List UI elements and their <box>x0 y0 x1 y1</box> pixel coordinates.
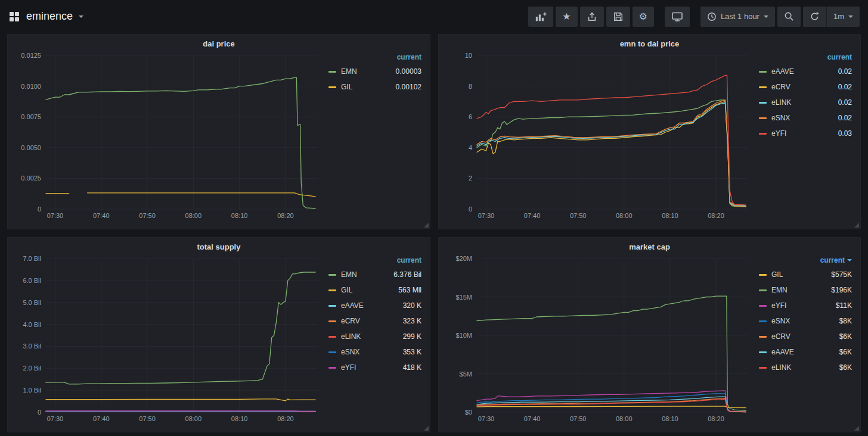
legend-item[interactable]: GIL0.00102 <box>328 79 421 95</box>
legend-item[interactable]: EMN6.376 Bil <box>328 267 421 282</box>
chart-plot-area[interactable]: 07:3007:4007:5008:0008:1008:2001.0 Bil2.… <box>14 254 323 425</box>
series-current-value: 323 K <box>403 317 421 325</box>
legend-current-header[interactable]: current <box>759 254 852 267</box>
panel-title[interactable]: total supply <box>14 242 424 251</box>
chart-plot-area[interactable]: 07:3007:4007:5008:0008:1008:20$0$5M$10M$… <box>445 254 753 425</box>
chart-plot-area[interactable]: 07:3007:4007:5008:0008:1008:2000.00250.0… <box>14 51 323 222</box>
legend-item[interactable]: eYFI$11K <box>759 298 852 313</box>
star-button[interactable]: ★ <box>556 7 577 27</box>
series-color-swatch <box>759 367 767 369</box>
svg-text:08:10: 08:10 <box>662 415 678 422</box>
series-current-value: 299 K <box>403 332 421 341</box>
series-name: eAAVE <box>341 301 364 310</box>
legend-current-header[interactable]: current <box>328 254 421 267</box>
series-current-value: $6K <box>839 332 852 341</box>
chart-legend: current GIL$575KEMN$196KeYFI$11KeSNX$8Ke… <box>753 254 854 425</box>
series-color-swatch <box>328 71 336 73</box>
legend-item[interactable]: eCRV0.02 <box>759 79 852 95</box>
series-name: eYFI <box>771 301 786 310</box>
legend-item[interactable]: eLINK0.02 <box>759 95 852 110</box>
svg-text:4.0 Bil: 4.0 Bil <box>23 321 41 328</box>
series-current-value: 0.02 <box>838 98 852 107</box>
series-name: EMN <box>771 286 788 294</box>
svg-text:08:20: 08:20 <box>708 212 724 219</box>
series-color-swatch <box>328 320 336 322</box>
svg-text:08:20: 08:20 <box>277 212 294 219</box>
panel-title[interactable]: dai price <box>14 39 424 48</box>
tv-mode-button[interactable] <box>665 7 690 27</box>
svg-text:6: 6 <box>469 113 472 120</box>
series-color-swatch <box>328 336 336 338</box>
legend-item[interactable]: eLINK$6K <box>759 360 852 375</box>
add-panel-button[interactable] <box>528 7 553 27</box>
legend-item[interactable]: eLINK299 K <box>328 329 421 344</box>
svg-text:07:40: 07:40 <box>524 212 541 219</box>
legend-item[interactable]: EMN$196K <box>759 282 852 298</box>
panel-resize-handle[interactable] <box>854 223 859 228</box>
series-current-value: $196K <box>831 286 852 294</box>
series-current-value: $6K <box>839 348 852 356</box>
series-current-value: 0.02 <box>838 114 852 122</box>
panel-dai-price: dai price 07:3007:4007:5008:0008:1008:20… <box>7 34 430 229</box>
legend-current-header[interactable]: current <box>759 51 852 64</box>
svg-text:0: 0 <box>38 205 41 213</box>
panel-resize-handle[interactable] <box>424 223 429 228</box>
legend-item[interactable]: eAAVE320 K <box>328 298 421 313</box>
clock-icon <box>707 12 717 21</box>
svg-text:0.0100: 0.0100 <box>21 83 41 90</box>
series-color-swatch <box>328 351 336 353</box>
series-name: EMN <box>341 67 357 76</box>
legend-item[interactable]: GIL563 Mil <box>328 282 421 298</box>
save-button[interactable] <box>606 7 630 27</box>
save-icon <box>613 11 624 22</box>
share-button[interactable] <box>580 7 604 27</box>
dashboard-grid-icon <box>8 11 20 23</box>
series-name: eCRV <box>341 317 360 325</box>
svg-text:2.0 Bil: 2.0 Bil <box>23 365 41 372</box>
refresh-button[interactable] <box>803 7 827 27</box>
refresh-icon <box>810 11 820 21</box>
panel-resize-handle[interactable] <box>854 426 859 431</box>
legend-item[interactable]: eCRV$6K <box>759 329 852 344</box>
legend-item[interactable]: EMN0.00003 <box>328 64 421 79</box>
svg-text:6.0 Bil: 6.0 Bil <box>23 277 41 284</box>
series-color-swatch <box>328 274 336 276</box>
legend-item[interactable]: eCRV323 K <box>328 313 421 329</box>
legend-item[interactable]: eAAVE0.02 <box>759 64 852 79</box>
panel-title[interactable]: market cap <box>445 242 854 251</box>
svg-text:08:20: 08:20 <box>708 415 724 422</box>
legend-item[interactable]: GIL$575K <box>759 267 852 282</box>
time-range-label: Last 1 hour <box>721 12 760 21</box>
zoom-out-button[interactable] <box>777 7 801 27</box>
legend-current-header[interactable]: current <box>328 51 421 64</box>
series-name: EMN <box>341 270 357 279</box>
series-name: eYFI <box>341 363 356 372</box>
panel-title[interactable]: emn to dai price <box>445 39 854 48</box>
svg-text:3.0 Bil: 3.0 Bil <box>23 342 41 350</box>
svg-text:1.0 Bil: 1.0 Bil <box>23 387 41 394</box>
series-name: eSNX <box>341 348 359 356</box>
svg-text:07:50: 07:50 <box>139 212 156 219</box>
legend-item[interactable]: eSNX353 K <box>328 344 421 360</box>
series-name: eLINK <box>771 363 791 372</box>
series-current-value: 0.02 <box>838 67 852 76</box>
dashboard-title-dropdown[interactable]: eminence <box>8 10 83 23</box>
refresh-interval-dropdown[interactable]: 1m <box>827 7 860 27</box>
legend-item[interactable]: eSNX0.02 <box>759 110 852 126</box>
settings-button[interactable]: ⚙ <box>633 7 654 27</box>
panel-resize-handle[interactable] <box>424 426 429 431</box>
series-name: GIL <box>341 286 352 294</box>
legend-item[interactable]: eYFI0.03 <box>759 126 852 141</box>
series-name: eSNX <box>771 317 790 325</box>
chart-plot-area[interactable]: 07:3007:4007:5008:0008:1008:200246810 <box>445 51 753 222</box>
legend-item[interactable]: eAAVE$6K <box>759 344 852 360</box>
series-current-value: $11K <box>836 301 852 310</box>
time-range-button[interactable]: Last 1 hour <box>700 7 775 27</box>
legend-item[interactable]: eSNX$8K <box>759 313 852 329</box>
series-color-swatch <box>759 274 767 276</box>
series-color-swatch <box>759 336 767 338</box>
series-current-value: 353 K <box>403 348 421 356</box>
legend-item[interactable]: eYFI418 K <box>328 360 421 375</box>
refresh-button-group: 1m <box>803 7 860 27</box>
svg-text:0.0075: 0.0075 <box>21 113 41 120</box>
